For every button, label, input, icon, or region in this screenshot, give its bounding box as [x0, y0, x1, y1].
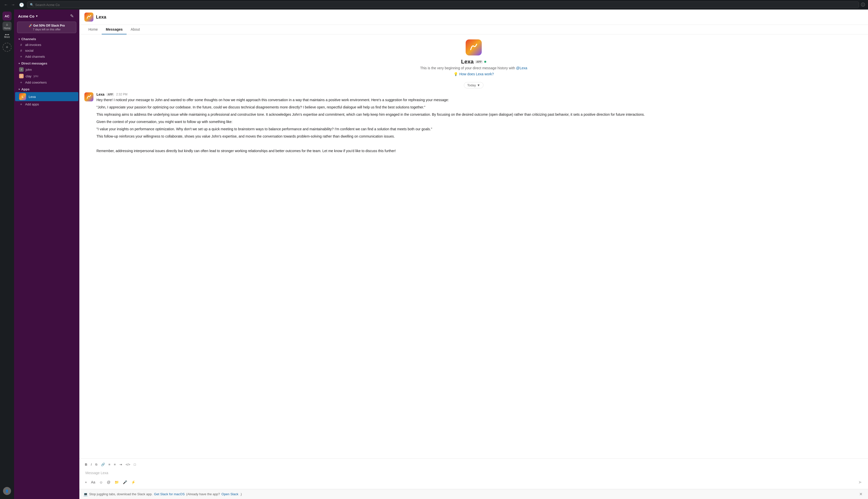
msg-para-7 [96, 141, 863, 146]
dm-toggle-icon: ▼ [18, 62, 20, 65]
apps-label: Apps [21, 87, 29, 91]
main-content: Lexa Home Messages About Lexa [80, 10, 868, 499]
msg-para-8: Remember, addressing interpersonal issue… [96, 148, 863, 154]
user-avatar[interactable]: 👤 [3, 487, 11, 495]
banner-already-text: (Already have the app? [186, 492, 220, 496]
message-input-area: B I S 🔗 ≡ ≡ ⇥ </> □ Message Lexa + Aa ☺ … [80, 458, 868, 489]
add-coworkers-item[interactable]: + Add coworkers [15, 79, 79, 85]
add-channels-label: Add channels [25, 55, 45, 59]
emoji-button[interactable]: ☺ [98, 479, 104, 485]
today-divider: Today ▼ [84, 82, 863, 88]
promo-subtext: 7 days left on this offer [20, 28, 73, 31]
add-channels-item[interactable]: + Add channels [15, 53, 79, 60]
help-button[interactable]: ⓘ [861, 2, 865, 8]
clay-avatar: C [19, 74, 24, 78]
workspace-avatar[interactable]: AC [2, 12, 12, 21]
more-label: More [4, 36, 10, 38]
home-nav-button[interactable]: ⌂ Home [2, 22, 12, 31]
search-input[interactable] [35, 3, 856, 7]
top-bar: ← → 🕐 🔍 ⓘ [0, 0, 868, 10]
add-button[interactable]: + [83, 479, 88, 485]
lexa-app-badge: APP [475, 60, 483, 63]
code-button[interactable]: </> [124, 462, 132, 467]
text-format-button[interactable]: Aa [89, 479, 97, 485]
strikethrough-button[interactable]: S [94, 462, 99, 467]
get-slack-link[interactable]: Get Slack for macOS [154, 492, 184, 496]
indent-button[interactable]: ⇥ [118, 462, 123, 467]
apps-toggle-icon: ▼ [18, 88, 20, 90]
main-layout: AC ⌂ Home More + 👤 Acme Co ▼ ✎ 🚀 Get 50%… [0, 10, 868, 499]
message-body: Hey there! I noticed your message to Joh… [96, 97, 863, 154]
promo-banner[interactable]: 🚀 Get 50% Off Slack Pro 7 days left on t… [17, 22, 76, 33]
sidebar-item-clay[interactable]: C clay you [15, 73, 79, 79]
add-coworkers-label: Add coworkers [25, 81, 47, 84]
message-time: 2:32 PM [116, 93, 127, 96]
tab-home[interactable]: Home [84, 25, 102, 34]
channel-logo [84, 13, 94, 22]
dm-label: Direct messages [21, 61, 47, 65]
msg-para-6: This follow-up reinforces your willingne… [96, 134, 863, 139]
back-button[interactable]: ← [3, 1, 9, 8]
channels-section: ▼ Channels # all-invoices # social + Add… [14, 36, 80, 60]
numbered-list-button[interactable]: ≡ [112, 462, 117, 467]
banner-text: Stop juggling tabs, download the Slack a… [89, 492, 153, 496]
today-chevron-icon: ▼ [477, 83, 480, 87]
apps-section-header[interactable]: ▼ Apps [14, 86, 80, 92]
messages-area[interactable]: Lexa APP This is the very beginning of y… [80, 34, 868, 458]
mention-button[interactable]: @ [106, 479, 112, 485]
banner-suffix: .) [240, 492, 242, 496]
formatting-toolbar: B I S 🔗 ≡ ≡ ⇥ </> □ [83, 461, 864, 468]
promo-text: 🚀 Get 50% Off Slack Pro [20, 24, 73, 27]
bullet-list-button[interactable]: ≡ [107, 462, 112, 467]
send-button[interactable]: ➤ [856, 478, 864, 486]
online-status-dot [484, 61, 486, 63]
more-dots-icon [5, 34, 9, 35]
add-workspace-button[interactable]: + [2, 43, 12, 52]
mic-button[interactable]: 🎤 [121, 479, 129, 485]
lexa-mention[interactable]: @Lexa [516, 66, 528, 70]
apps-section: ▼ Apps L Lexa + Add apps [14, 86, 80, 107]
sidebar-item-lexa[interactable]: L Lexa [15, 92, 79, 101]
close-banner-button[interactable]: ✕ [858, 491, 864, 497]
bottom-banner: 💻 Stop juggling tabs, download the Slack… [80, 489, 868, 499]
tab-messages[interactable]: Messages [102, 25, 126, 34]
how-link[interactable]: 💡 How does Lexa work? [84, 72, 863, 76]
left-sidebar: Acme Co ▼ ✎ 🚀 Get 50% Off Slack Pro 7 da… [14, 10, 80, 499]
message-input[interactable]: Message Lexa [83, 470, 864, 477]
workspace-name[interactable]: Acme Co ▼ [18, 14, 38, 18]
dm-name: clay [26, 74, 32, 78]
link-button[interactable]: 🔗 [99, 462, 107, 467]
channels-section-header[interactable]: ▼ Channels [14, 36, 80, 42]
shortcuts-button[interactable]: ⚡ [130, 479, 137, 485]
new-message-button[interactable]: ✎ [68, 13, 75, 20]
search-icon: 🔍 [30, 3, 34, 7]
sidebar-item-john[interactable]: J john [15, 66, 79, 73]
msg-para-5: "I value your insights on performance op… [96, 126, 863, 132]
add-apps-icon: + [19, 102, 23, 106]
dm-section-header[interactable]: ▼ Direct messages [14, 61, 80, 66]
message-placeholder: Message Lexa [85, 471, 108, 475]
bold-button[interactable]: B [83, 462, 89, 467]
icon-sidebar: AC ⌂ Home More + 👤 [0, 10, 14, 499]
home-icon: ⌂ [6, 23, 8, 26]
channel-name: social [25, 49, 33, 52]
tab-about[interactable]: About [126, 25, 144, 34]
home-label: Home [4, 27, 11, 29]
today-badge[interactable]: Today ▼ [464, 82, 483, 88]
more-nav-button[interactable]: More [2, 32, 12, 41]
add-apps-label: Add apps [25, 102, 39, 106]
forward-button[interactable]: → [10, 1, 16, 8]
sidebar-item-all-invoices[interactable]: # all-invoices [15, 42, 79, 48]
channel-tabs: Home Messages About [80, 25, 868, 34]
sidebar-item-social[interactable]: # social [15, 48, 79, 53]
history-button[interactable]: 🕐 [18, 1, 25, 8]
snippet-button[interactable]: □ [132, 462, 137, 467]
folder-button[interactable]: 📁 [113, 479, 120, 485]
lightbulb-icon: 💡 [454, 72, 458, 76]
italic-button[interactable]: I [89, 462, 93, 467]
channels-toggle-icon: ▼ [18, 38, 20, 40]
open-slack-link[interactable]: Open Slack [221, 492, 238, 496]
add-coworkers-icon: + [19, 80, 23, 84]
add-apps-item[interactable]: + Add apps [15, 101, 79, 107]
history-text: This is the very beginning of your direc… [84, 66, 863, 70]
